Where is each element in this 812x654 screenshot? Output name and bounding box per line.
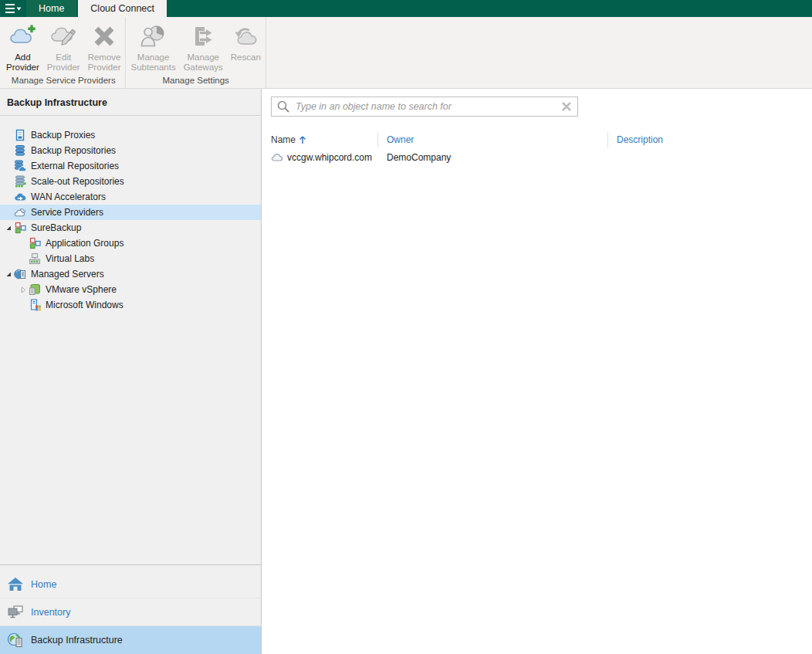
remove-provider-button[interactable]: RemoveProvider [84, 20, 125, 75]
ribbon-button-label: ManageSubtenants [130, 53, 175, 73]
ribbon-button-label: AddProvider [6, 53, 39, 73]
table-body: vccgw.whipcord.comDemoCompany [262, 149, 812, 165]
nav-item-label: Inventory [31, 607, 70, 618]
search-box [271, 97, 578, 117]
tree-item-backup-proxies[interactable]: Backup Proxies [0, 127, 261, 143]
tree-item-vmware-vsphere[interactable]: VMware vSphere [0, 282, 261, 297]
rescan-button[interactable]: Rescan [227, 20, 265, 75]
tree-item-label: Backup Repositories [31, 145, 116, 156]
column-header-description[interactable]: Description [607, 130, 812, 149]
search-input[interactable] [294, 100, 560, 113]
hamburger-icon [5, 3, 22, 14]
tree-item-label: VMware vSphere [46, 284, 117, 295]
expander-expanded-icon[interactable] [3, 270, 14, 278]
manage-gateways-button[interactable]: ManageGateways [180, 20, 227, 75]
tree-item-service-providers[interactable]: Service Providers [0, 205, 261, 220]
content-area: Backup Infrastructure Backup ProxiesBack… [0, 89, 812, 654]
edit-provider-button[interactable]: EditProvider [43, 20, 84, 75]
ribbon-group-manage-settings: ManageSubtenantsManageGatewaysRescanMana… [126, 17, 266, 88]
tree-item-scale-out-repositories[interactable]: Scale-out Repositories [0, 174, 261, 189]
ribbon-button-label: RemoveProvider [88, 53, 121, 73]
column-header-name[interactable]: Name [262, 130, 377, 149]
title-bar: HomeCloud Connect [0, 0, 812, 17]
managed-servers-icon [14, 268, 26, 280]
column-header-label: Description [617, 134, 663, 145]
nav-backup-infrastructure-icon [7, 632, 24, 649]
tree-item-surebackup[interactable]: SureBackup [0, 220, 261, 236]
vmware-vsphere-icon [29, 283, 41, 296]
tree-item-backup-repositories[interactable]: Backup Repositories [0, 143, 261, 158]
column-header-owner[interactable]: Owner [377, 130, 607, 149]
ribbon-button-label: Rescan [231, 53, 261, 63]
clear-search-button[interactable] [560, 100, 573, 114]
search-row [262, 89, 812, 117]
backup-proxies-icon [14, 129, 26, 141]
surebackup-icon [14, 222, 26, 234]
application-groups-icon [29, 237, 41, 249]
wan-accelerators-icon [14, 191, 26, 203]
expander-collapsed-icon[interactable] [18, 286, 29, 293]
column-header-label: Name [271, 134, 296, 145]
tree-item-label: Scale-out Repositories [31, 176, 124, 187]
ribbon-button-label: EditProvider [47, 53, 80, 73]
external-repositories-icon [14, 160, 26, 172]
tree-item-label: Backup Proxies [31, 130, 95, 141]
table-header: NameOwnerDescription [262, 130, 812, 149]
scale-out-repositories-icon [14, 175, 26, 188]
ribbon: AddProviderEditProviderRemoveProviderMan… [0, 17, 812, 89]
tree-item-label: Microsoft Windows [46, 300, 123, 310]
tree-item-label: Virtual Labs [46, 253, 94, 264]
tree-item-virtual-labs[interactable]: Virtual Labs [0, 251, 261, 266]
provider-owner: DemoCompany [377, 152, 607, 163]
ribbon-group-manage-service-providers: AddProviderEditProviderRemoveProviderMan… [2, 17, 126, 88]
add-provider-icon [6, 22, 39, 51]
nav-item-inventory[interactable]: Inventory [0, 598, 261, 626]
sort-asc-icon [299, 135, 306, 144]
nav-item-label: Backup Infrastructure [31, 635, 123, 646]
row-cloud-icon [271, 151, 283, 164]
ribbon-group-label: Manage Settings [127, 75, 264, 88]
expander-expanded-icon[interactable] [3, 224, 14, 232]
infrastructure-tree: Backup ProxiesBackup RepositoriesExterna… [0, 116, 261, 564]
table-row[interactable]: vccgw.whipcord.comDemoCompany [262, 149, 812, 165]
tree-item-label: External Repositories [31, 161, 119, 171]
tree-item-managed-servers[interactable]: Managed Servers [0, 266, 261, 282]
nav-item-label: Home [31, 579, 56, 590]
nav-inventory-icon [7, 604, 24, 621]
tree-item-label: Application Groups [46, 238, 123, 249]
tree-item-microsoft-windows[interactable]: Microsoft Windows [0, 297, 261, 313]
provider-name: vccgw.whipcord.com [287, 152, 372, 163]
tree-item-label: Service Providers [31, 207, 103, 218]
tab-cloud-connect[interactable]: Cloud Connect [78, 0, 167, 17]
search-icon [276, 100, 290, 114]
service-providers-icon [14, 206, 26, 219]
edit-provider-icon [47, 22, 80, 51]
tree-item-label: Managed Servers [31, 269, 104, 280]
manage-subtenants-icon [130, 22, 175, 51]
nav-item-backup-infrastructure[interactable]: Backup Infrastructure [0, 626, 261, 654]
sidebar: Backup Infrastructure Backup ProxiesBack… [0, 89, 262, 654]
microsoft-windows-icon [29, 299, 41, 311]
add-provider-button[interactable]: AddProvider [2, 20, 43, 75]
nav-item-home[interactable]: Home [0, 571, 261, 598]
ribbon-group-label: Manage Service Providers [2, 75, 124, 88]
column-header-label: Owner [387, 134, 414, 145]
main-menu-button[interactable] [0, 0, 26, 17]
view-navigation: HomeInventoryBackup Infrastructure [0, 571, 261, 654]
sidebar-title: Backup Infrastructure [0, 89, 261, 116]
tab-bar: HomeCloud Connect [26, 0, 167, 17]
manage-subtenants-button[interactable]: ManageSubtenants [127, 20, 179, 75]
tree-item-wan-accelerators[interactable]: WAN Accelerators [0, 189, 261, 205]
remove-provider-icon [88, 22, 121, 51]
ribbon-button-label: ManageGateways [184, 53, 223, 73]
backup-repositories-icon [14, 144, 26, 157]
rescan-icon [231, 22, 261, 51]
main-panel: NameOwnerDescription vccgw.whipcord.comD… [262, 89, 812, 654]
tab-home[interactable]: Home [26, 0, 76, 17]
virtual-labs-icon [29, 252, 41, 265]
manage-gateways-icon [184, 22, 223, 51]
tree-item-label: WAN Accelerators [31, 191, 106, 202]
tree-item-application-groups[interactable]: Application Groups [0, 236, 261, 251]
tree-item-external-repositories[interactable]: External Repositories [0, 158, 261, 174]
tree-item-label: SureBackup [31, 222, 81, 233]
